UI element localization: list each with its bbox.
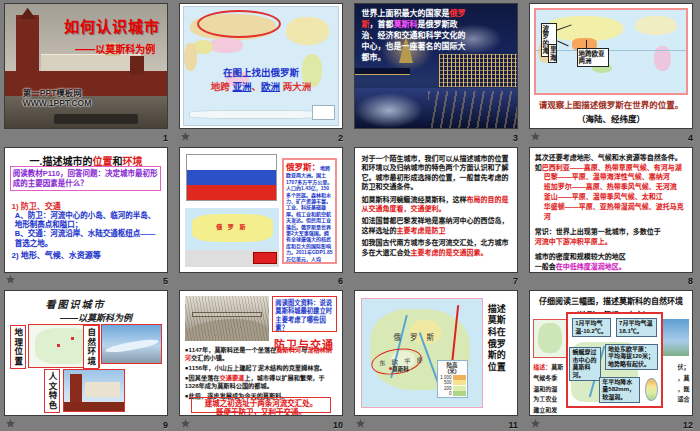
slide-thumbnail-12[interactable]: 仔细阅读三幅图，描述莫斯科的自然环境 （地形、气候、水文） 描述：莫斯 气候冬季…: [529, 290, 693, 416]
slide-thumbnail-10[interactable]: 阅读图文资料：说说莫斯科城最初建立时主要考虑了哪些因素？ 防卫与交通 ●1147…: [179, 290, 343, 416]
intro-text-2: ，首都: [369, 20, 393, 29]
russia-topographic-map: 俄罗斯 东欧平原 莫斯科 陆高 (米) 1 000 500 200 0: [361, 298, 483, 408]
flag-red-stripe: [187, 185, 276, 200]
desc-line-1: 描述：莫斯: [533, 362, 565, 373]
slide-cell-6: 俄 罗 斯 俄罗斯：地跨欧亚两大洲。国土1707多万平方公里。人口约1.43亿，…: [175, 144, 350, 288]
slide-thumbnail-1[interactable]: 如何认识城市 ——以莫斯科为例 第一PPT模板网 WWW.1PPT.COM: [4, 3, 168, 129]
russia-map-label: 俄 罗 斯: [204, 222, 260, 231]
barge-shape: [54, 114, 138, 124]
light-reflections: [428, 91, 517, 128]
b3-text: ●因其坐落在: [185, 374, 220, 381]
page-number-4: 4: [688, 133, 693, 143]
p3-red: 主要考虑是防卫: [396, 227, 445, 234]
slide-cell-5: 一.描述城市的位置和环境 阅读教材P110，回答问题：决定城市最初形成的主要因素…: [0, 144, 175, 288]
desc-frag: 莫斯: [551, 364, 563, 370]
recognize-city-title: 看图识城市: [46, 296, 106, 311]
line-busan: 釜山——平原、温带季风气候、太和江: [535, 192, 687, 202]
lesson-title: 如何认识城市: [60, 15, 164, 36]
legend-swatch: [453, 391, 466, 396]
russia-facts-box: 俄罗斯：地跨欧亚两大洲。国土1707多万平方公里。人口约1.43亿，150多个民…: [282, 158, 337, 265]
slide-thumbnail-6[interactable]: 俄 罗 斯 俄罗斯：地跨欧亚两大洲。国土1707多万平方公里。人口约1.43亿，…: [179, 147, 343, 273]
line-latitude: 一般会在中低纬度湿润地区。: [535, 262, 687, 272]
transition-star-icon[interactable]: [356, 419, 365, 428]
aerial-river-image: [101, 324, 163, 365]
russia-map-label: 俄罗斯: [394, 331, 444, 342]
bridge-shape: [355, 68, 410, 74]
slide-thumbnail-7[interactable]: 对于一个陌生城市，我们可以从描述城市的位置和环境以及归纳城市的特色两个方面认识和…: [354, 147, 518, 273]
kremlin-tower-shape: [16, 15, 39, 79]
b1-text: ●1147年，莫斯科还是一个坐落在: [185, 346, 276, 353]
latitude-magenta: 在中低纬度湿润地区。: [556, 263, 626, 270]
slide-cell-7: 对于一个陌生城市，我们可以从描述城市的位置和环境以及归纳城市的特色两个方面认识和…: [350, 144, 525, 288]
background-map-image: [533, 319, 567, 359]
north-america-landmass: [635, 16, 677, 34]
occluded-text-right: 伏； ，莫 ，既 适合: [677, 362, 690, 405]
brasilia-red: 巴西利亚——高原、热带草原气候、有河与湖: [542, 164, 682, 171]
find-russia-text: 在图上找出俄罗斯: [184, 65, 338, 79]
transition-star-icon[interactable]: [181, 132, 190, 141]
precipitation-note: 年平均降水量582mm，较湿润。: [599, 377, 640, 404]
p4-red: 主要考虑的是交通因素。: [410, 249, 487, 256]
caspian-sea-callout: 里海: [548, 44, 557, 63]
transition-star-icon[interactable]: [6, 275, 15, 284]
line-intro: 其次还要考虑地形、气候和水资源等自然条件。: [535, 153, 687, 163]
historic-engraving-image: [185, 296, 269, 341]
title-part: 一.描述城市的: [30, 156, 93, 167]
page-number-5: 5: [163, 276, 168, 286]
conclusion-line-1: 建城之初选址于两条河流交汇处。: [192, 399, 329, 408]
legend-value: 1 000: [439, 375, 453, 380]
slide-thumbnail-8[interactable]: 其次还要考虑地形、气候和水资源等自然条件。 如巴西利亚——高原、热带草原气候、有…: [529, 147, 693, 273]
line-paris: 巴黎——平原、温带海洋性气候、塞纳河: [535, 172, 687, 182]
rfrag-3: ，既: [677, 384, 690, 395]
traffic-route-highlight: 交通要道: [220, 374, 245, 381]
line-bangalore: 班加罗尔——高原、热带季风气候、无河流: [535, 182, 687, 192]
moscow-highlight: 莫斯科: [393, 20, 417, 29]
slide-thumbnail-11[interactable]: 俄罗斯 东欧平原 莫斯科 陆高 (米) 1 000 500 200 0 描述莫斯…: [354, 290, 518, 416]
legend-swatch: [453, 386, 466, 391]
legend-row: 0: [439, 391, 466, 397]
slide-thumbnail-5[interactable]: 一.描述城市的位置和环境 阅读教材P110，回答问题：决定城市最初形成的主要因素…: [4, 147, 168, 273]
russia-facts-title: 俄罗斯：: [286, 162, 320, 172]
intro-text-1: 世界上面积最大的国家是: [361, 9, 449, 18]
slide-thumbnail-9[interactable]: 看图识城市 ——以莫斯科为例 地理位置 自然环境 人文特色: [4, 290, 168, 416]
page-number-6: 6: [338, 276, 343, 286]
natural-environment-title: 仔细阅读三幅图，描述莫斯科的自然环境: [530, 295, 692, 306]
straddle-continents-callout: 地跨欧亚两洲: [577, 48, 609, 67]
europe-text: 欧洲: [261, 81, 280, 92]
transition-star-icon[interactable]: [531, 419, 540, 428]
july-temperature-note: 7月平均气温18.1℃。: [616, 318, 657, 337]
slide-thumbnail-2[interactable]: 在图上找出俄罗斯 地跨 亚洲、欧洲 两大洲: [179, 3, 343, 129]
slide-cell-10: 阅读图文资料：说说莫斯科城最初建立时主要考虑了哪些因素？ 防卫与交通 ●1147…: [175, 287, 350, 431]
legend-value: 500: [439, 380, 453, 385]
label-human-features: 人文特色: [44, 369, 60, 413]
elevation-legend: 陆高 (米) 1 000 500 200 0: [437, 360, 468, 398]
slide-thumbnail-3[interactable]: 世界上面积最大的国家是俄罗斯，首都莫斯科是俄罗斯政治、经济和交通和科学文化的中心…: [354, 3, 518, 129]
slide-cell-2: 在图上找出俄罗斯 地跨 亚洲、欧洲 两大洲 2: [175, 0, 350, 144]
transition-star-icon[interactable]: [531, 132, 540, 141]
asia-landmass: [209, 38, 243, 53]
slide-thumbnail-4[interactable]: 波罗的海 里海 地跨欧亚两洲 请观察上图描述俄罗斯在世界的位置。 （海陆、经纬度…: [529, 3, 693, 129]
map-inset-flag: [253, 252, 277, 265]
straddle-prefix: 地跨: [211, 81, 233, 92]
desc-line-3: 温和的湿: [533, 384, 565, 395]
russia-highlight-ellipse: [197, 10, 281, 38]
slide-sorter-board: 如何认识城市 ——以莫斯科为例 第一PPT模板网 WWW.1PPT.COM 1 …: [0, 0, 700, 431]
transition-star-icon[interactable]: [181, 419, 190, 428]
history-bullets: ●1147年，莫斯科还是一个坐落在莫斯科河与涅格林纳河交汇的小镇。 ●1156年…: [185, 346, 337, 402]
city-analysis-text: 对于一个陌生城市，我们可以从描述城市的位置和环境以及归纳城市的特色两个方面认识和…: [361, 154, 510, 260]
reading-question-box: 阅读图文资料：说说莫斯科城最初建立时主要考虑了哪些因素？: [272, 296, 337, 332]
describe-position-task: 描述莫斯科在俄罗斯的位置: [488, 304, 508, 374]
north-america-landmass: [286, 17, 329, 45]
engraving-texture: [185, 296, 269, 341]
observe-caption-detail: （海陆、经纬度）: [530, 112, 692, 124]
page-number-10: 10: [333, 420, 343, 430]
transition-star-icon[interactable]: [6, 419, 15, 428]
flag-white-stripe: [187, 155, 276, 170]
intro-paragraph: 世界上面积最大的国家是俄罗斯，首都莫斯科是俄罗斯政治、经济和交通和科学文化的中心…: [361, 8, 471, 64]
latitude-black: 一般会: [535, 263, 556, 270]
desc-line-5: 建立和发: [533, 405, 565, 416]
line-common-sense: 常识：世界上出现第一批城市，多数位于: [535, 227, 687, 237]
occluded-description-text: 描述：莫斯 气候冬季 温和的湿 为工农业 建立和发: [533, 362, 565, 416]
red-wall-shape: [64, 402, 124, 411]
page-number-1: 1: [163, 133, 168, 143]
